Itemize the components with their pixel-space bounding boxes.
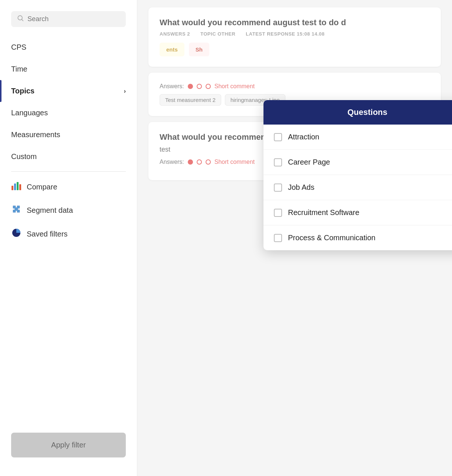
questions-popup: Questions Attraction › Career Page › [263,100,452,250]
sidebar-item-measurements[interactable]: Measurements [0,124,137,146]
popup-title: Questions [347,108,387,117]
popup-checkbox-process-communication[interactable] [274,234,282,242]
svg-rect-4 [17,182,19,190]
sidebar-item-segment-data[interactable]: Segment data [0,198,137,222]
popup-item-attraction[interactable]: Attraction › [263,125,452,150]
search-icon [17,15,24,23]
sidebar: CPS Time Topics › Languages Measurements… [0,0,137,476]
segment-icon [11,204,22,216]
svg-rect-3 [14,184,16,190]
sidebar-navigation: CPS Time Topics › Languages Measurements… [0,36,137,425]
popup-header: Questions [263,100,452,125]
sidebar-item-languages[interactable]: Languages [0,102,137,124]
popup-body: Attraction › Career Page › Job Ads › [263,125,452,250]
main-content: What would you recommend august test to … [137,0,452,476]
popup-item-job-ads[interactable]: Job Ads › [263,175,452,200]
popup-checkbox-job-ads[interactable] [274,184,282,192]
saved-filters-icon [11,228,22,240]
popup-checkbox-attraction[interactable] [274,133,282,141]
svg-rect-5 [19,184,21,190]
popup-item-label-job-ads: Job Ads [288,183,452,192]
sidebar-divider [11,171,126,172]
popup-item-career-page[interactable]: Career Page › [263,150,452,175]
sidebar-item-cps[interactable]: CPS [0,36,137,58]
chevron-right-icon: › [124,88,126,95]
popup-item-label-process-communication: Process & Communication [288,234,452,242]
compare-icon [11,181,22,192]
popup-checkbox-recruitment-software[interactable] [274,209,282,217]
sidebar-item-saved-filters[interactable]: Saved filters [0,222,137,246]
sidebar-item-custom[interactable]: Custom [0,146,137,168]
search-box[interactable] [11,11,126,27]
popup-item-label-career-page: Career Page [288,158,452,166]
popup-item-process-communication[interactable]: Process & Communication › [263,225,452,250]
sidebar-item-compare[interactable]: Compare [0,175,137,198]
svg-rect-2 [12,186,13,190]
search-input[interactable] [27,15,120,23]
popup-item-label-recruitment-software: Recruitment Software [288,208,452,217]
svg-line-1 [22,20,23,21]
popup-item-recruitment-software[interactable]: Recruitment Software › [263,200,452,225]
popup-checkbox-career-page[interactable] [274,158,282,166]
popup-item-label-attraction: Attraction [288,133,452,141]
sidebar-item-topics[interactable]: Topics › [0,80,137,102]
sidebar-item-time[interactable]: Time [0,58,137,80]
apply-filter-button[interactable]: Apply filter [11,433,126,457]
